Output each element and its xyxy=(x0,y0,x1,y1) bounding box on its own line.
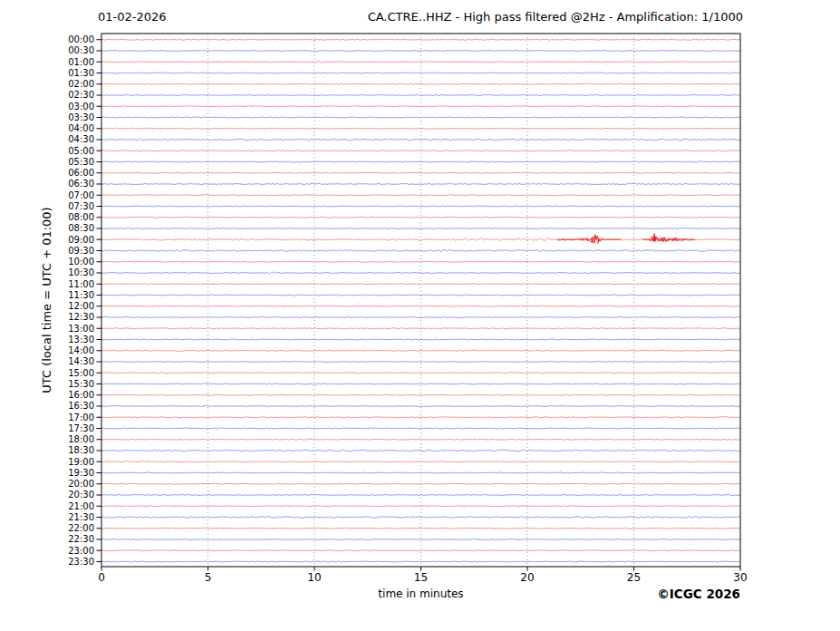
time-row-label: 05:00 xyxy=(0,146,94,156)
time-row-label: 04:00 xyxy=(0,123,94,133)
time-row-label: 07:00 xyxy=(0,190,94,200)
time-row-label: 15:00 xyxy=(0,368,94,378)
x-tick-label: 30 xyxy=(720,571,760,584)
time-row-label: 06:30 xyxy=(0,179,94,189)
time-row-label: 14:00 xyxy=(0,345,94,355)
time-row-label: 01:30 xyxy=(0,68,94,78)
time-row-label: 22:00 xyxy=(0,523,94,533)
time-row-label: 07:30 xyxy=(0,201,94,211)
time-row-label: 09:30 xyxy=(0,246,94,256)
time-row-label: 11:30 xyxy=(0,290,94,300)
time-row-label: 19:30 xyxy=(0,468,94,478)
time-row-label: 00:00 xyxy=(0,34,94,44)
time-row-label: 10:00 xyxy=(0,257,94,267)
time-row-label: 21:30 xyxy=(0,512,94,522)
time-row-label: 15:30 xyxy=(0,379,94,389)
time-row-label: 08:00 xyxy=(0,212,94,222)
time-row-label: 21:00 xyxy=(0,501,94,511)
time-row-label: 04:30 xyxy=(0,134,94,144)
time-row-label: 12:00 xyxy=(0,301,94,311)
time-row-label: 00:30 xyxy=(0,45,94,55)
time-row-label: 02:00 xyxy=(0,79,94,89)
time-row-label: 03:00 xyxy=(0,102,94,112)
x-tick-label: 10 xyxy=(294,571,334,584)
time-row-label: 22:30 xyxy=(0,534,94,544)
time-row-label: 01:00 xyxy=(0,57,94,67)
time-row-label: 18:00 xyxy=(0,434,94,444)
time-row-label: 18:30 xyxy=(0,445,94,455)
x-tick-label: 15 xyxy=(401,571,441,584)
x-tick-label: 25 xyxy=(614,571,654,584)
time-row-label: 17:00 xyxy=(0,413,94,422)
time-row-label: 02:30 xyxy=(0,90,94,100)
copyright-label: ©ICGC 2026 xyxy=(101,587,740,601)
time-row-label: 03:30 xyxy=(0,112,94,122)
time-row-label: 23:00 xyxy=(0,546,94,556)
time-row-label: 20:30 xyxy=(0,490,94,500)
seismogram-plot-canvas xyxy=(0,0,840,631)
time-row-label: 16:00 xyxy=(0,390,94,400)
time-row-label: 20:00 xyxy=(0,479,94,489)
time-row-label: 12:30 xyxy=(0,312,94,322)
time-row-label: 23:30 xyxy=(0,557,94,567)
helicorder-figure: 01-02-2026 CA.CTRE..HHZ - High pass filt… xyxy=(0,0,840,631)
time-row-label: 08:30 xyxy=(0,223,94,233)
time-row-label: 09:00 xyxy=(0,235,94,245)
time-row-label: 11:00 xyxy=(0,279,94,289)
time-row-label: 13:00 xyxy=(0,324,94,334)
time-row-label: 13:30 xyxy=(0,335,94,345)
x-tick-label: 0 xyxy=(82,571,121,584)
time-row-label: 17:30 xyxy=(0,423,94,433)
x-tick-label: 20 xyxy=(507,571,547,584)
time-row-label: 14:30 xyxy=(0,356,94,366)
time-row-label: 19:00 xyxy=(0,457,94,467)
time-row-label: 10:30 xyxy=(0,267,94,277)
x-tick-label: 5 xyxy=(188,571,228,584)
time-row-label: 05:30 xyxy=(0,157,94,167)
time-row-label: 16:30 xyxy=(0,401,94,411)
time-row-label: 06:00 xyxy=(0,168,94,178)
